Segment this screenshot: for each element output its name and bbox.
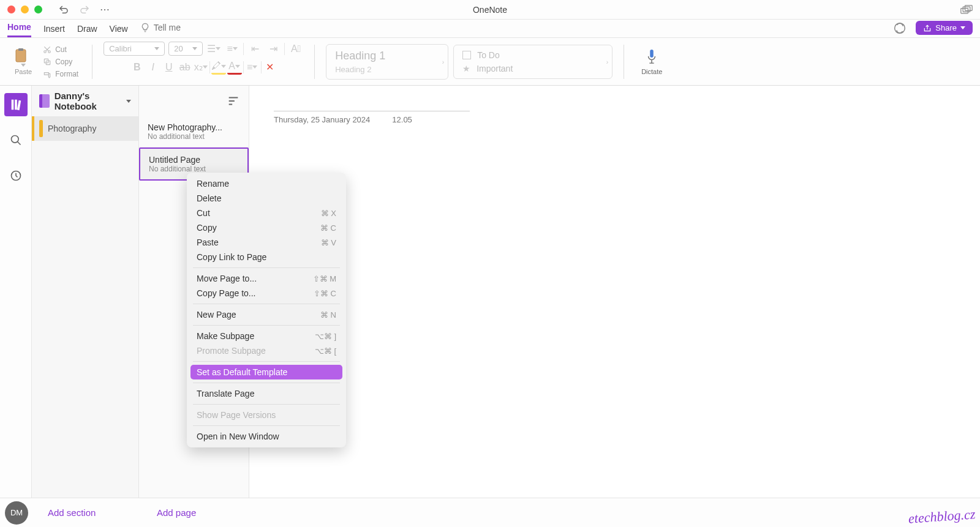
tell-me-search[interactable]: Tell me: [140, 23, 181, 37]
font-size-select[interactable]: 20: [168, 42, 203, 56]
search-rail-button[interactable]: [4, 129, 28, 152]
svg-point-3: [895, 23, 905, 33]
numbering-button[interactable]: ≡: [225, 42, 239, 56]
tag-important[interactable]: ★Important: [462, 64, 603, 73]
ctx-delete[interactable]: Delete: [187, 191, 346, 206]
ctx-copy-to[interactable]: Copy Page to...⇧⌘ C: [187, 286, 346, 301]
ribbon-tabs: Home Insert Draw View Tell me Share: [0, 20, 980, 38]
chevron-down-icon: [126, 100, 131, 103]
ctx-set-default-template[interactable]: Set as Default Template: [190, 365, 342, 379]
checkbox-icon: [462, 51, 471, 59]
page-title: New Photography...: [148, 122, 240, 132]
tags-gallery[interactable]: To Do ★Important ›: [453, 45, 612, 79]
font-color-button[interactable]: A: [227, 60, 242, 75]
styles-gallery[interactable]: Heading 1 Heading 2 ›: [326, 44, 448, 80]
share-button[interactable]: Share: [916, 21, 973, 35]
undo-icon[interactable]: [58, 4, 69, 15]
tab-home[interactable]: Home: [7, 22, 31, 37]
page-date: Thursday, 25 January 2024: [274, 115, 370, 124]
share-icon: [923, 24, 932, 32]
indent-button[interactable]: ⇥: [266, 42, 281, 56]
titlebar: ⋯ OneNote: [0, 0, 980, 20]
ctx-copy[interactable]: Copy⌘ C: [187, 220, 346, 235]
clipboard-icon: [15, 48, 32, 62]
italic-button[interactable]: I: [146, 60, 160, 75]
clipboard-group: Paste Cut Copy Format: [11, 42, 81, 82]
paste-button[interactable]: Paste: [11, 45, 36, 78]
font-family-select[interactable]: Calibri: [104, 42, 165, 56]
search-icon: [10, 134, 22, 146]
svg-rect-10: [650, 50, 654, 58]
recent-rail-button[interactable]: [4, 164, 28, 187]
notebooks-rail-button[interactable]: [4, 93, 28, 116]
ctx-show-versions: Show Page Versions: [187, 408, 346, 422]
ctx-translate[interactable]: Translate Page: [187, 386, 346, 401]
notebook-name: Danny's Notebook: [55, 91, 121, 111]
microphone-icon: [645, 48, 658, 65]
cut-button[interactable]: Cut: [40, 44, 81, 55]
sections-panel: Danny's Notebook Photography: [32, 86, 139, 498]
note-canvas[interactable]: Thursday, 25 January 2024 12.05: [249, 86, 980, 498]
align-button[interactable]: ≡: [245, 60, 260, 75]
clock-icon: [10, 170, 22, 182]
svg-point-7: [48, 50, 51, 53]
tab-insert[interactable]: Insert: [43, 24, 65, 37]
tab-draw[interactable]: Draw: [77, 24, 97, 37]
dictate-button[interactable]: Dictate: [635, 46, 668, 78]
subscript-button[interactable]: x₂: [194, 60, 208, 75]
sort-icon[interactable]: [227, 94, 240, 108]
page-title-input[interactable]: [274, 97, 470, 111]
app-title: OneNote: [473, 5, 507, 15]
strikethrough-button[interactable]: ab: [178, 60, 192, 75]
tab-overview-icon[interactable]: [960, 5, 973, 15]
ctx-rename[interactable]: Rename: [187, 176, 346, 191]
section-item[interactable]: Photography: [32, 116, 138, 141]
ctx-move-to[interactable]: Move Page to...⇧⌘ M: [187, 271, 346, 286]
chevron-right-icon: ›: [442, 58, 444, 65]
notebook-icon: [39, 94, 50, 108]
delete-format-button[interactable]: ✕: [263, 60, 277, 75]
bold-button[interactable]: B: [130, 60, 145, 75]
section-color-indicator: [39, 120, 43, 137]
ctx-make-subpage[interactable]: Make Subpage⌥⌘ ]: [187, 329, 346, 343]
close-window-button[interactable]: [7, 6, 15, 13]
minimize-window-button[interactable]: [21, 6, 29, 13]
share-label: Share: [935, 23, 957, 32]
add-page-button[interactable]: Add page: [157, 507, 196, 518]
svg-point-6: [44, 50, 47, 53]
format-painter-button[interactable]: Format: [40, 69, 81, 80]
ctx-paste[interactable]: Paste⌘ V: [187, 235, 346, 250]
bullets-button[interactable]: ☰: [206, 42, 221, 56]
avatar[interactable]: DM: [5, 501, 28, 525]
bottom-bar: DM Add section Add page: [0, 498, 980, 527]
notebooks-icon: [9, 98, 23, 111]
page-time: 12.05: [392, 115, 412, 124]
outdent-button[interactable]: ⇤: [247, 42, 262, 56]
underline-button[interactable]: U: [162, 60, 176, 75]
ctx-cut[interactable]: Cut⌘ X: [187, 206, 346, 220]
svg-rect-4: [16, 50, 26, 62]
clear-format-button[interactable]: A⃠: [288, 42, 303, 56]
copy-button[interactable]: Copy: [40, 56, 81, 67]
ribbon: Paste Cut Copy Format Calibri 20 ☰ ≡ ⇤ ⇥…: [0, 38, 980, 86]
svg-rect-5: [18, 48, 23, 51]
ctx-copy-link[interactable]: Copy Link to Page: [187, 250, 346, 264]
page-item[interactable]: New Photography... No additional text: [139, 116, 249, 148]
sync-icon[interactable]: [894, 22, 906, 34]
add-section-button[interactable]: Add section: [48, 507, 147, 518]
section-name: Photography: [48, 124, 96, 133]
style-heading1[interactable]: Heading 1: [335, 50, 439, 62]
ctx-new-page[interactable]: New Page⌘ N: [187, 307, 346, 322]
tag-todo[interactable]: To Do: [462, 50, 603, 60]
copy-icon: [43, 58, 51, 66]
more-icon[interactable]: ⋯: [100, 4, 110, 15]
tell-me-label: Tell me: [154, 23, 181, 32]
ctx-open-new-window[interactable]: Open in New Window: [187, 429, 346, 444]
style-heading2[interactable]: Heading 2: [335, 65, 439, 74]
redo-icon[interactable]: [79, 4, 90, 15]
highlight-button[interactable]: 🖍: [211, 60, 226, 75]
paste-label: Paste: [15, 68, 32, 75]
maximize-window-button[interactable]: [34, 6, 42, 13]
tab-view[interactable]: View: [110, 24, 128, 37]
notebook-selector[interactable]: Danny's Notebook: [32, 86, 138, 116]
